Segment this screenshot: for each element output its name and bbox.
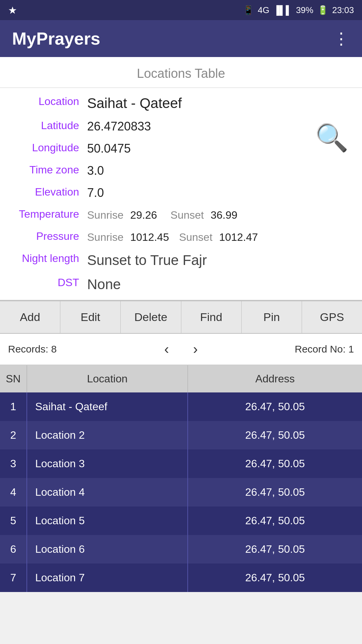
row-address: 26.47, 50.05 [188,449,362,478]
row-sn: 3 [0,449,27,478]
row-location: Location 4 [27,478,188,506]
table-row[interactable]: 5Location 526.47, 50.05 [0,506,362,535]
battery-label: 39% [296,5,313,15]
night-length-value: Sunset to True Fajr [87,252,352,268]
row-location: Location 2 [27,421,188,449]
action-buttons: Add Edit Delete Find Pin GPS [0,301,362,334]
app-bar: MyPrayers ⋮ [0,20,362,57]
latitude-label: Latitude [10,119,87,132]
dst-row: DST None [0,272,362,297]
lat-lon-block: Latitude 26.4720833 Longitude 50.0475 🔍 [0,115,362,160]
main-content: Locations Table Location Saihat - Qateef… [0,57,362,592]
longitude-value: 50.0475 [87,142,352,156]
row-address: 26.47, 50.05 [188,421,362,449]
row-sn: 4 [0,478,27,506]
app-title: MyPrayers [12,29,100,49]
table-row[interactable]: 4Location 426.47, 50.05 [0,478,362,506]
status-bar-left: ★ [8,4,17,16]
latitude-row: Latitude 26.4720833 [0,115,362,138]
row-address: 26.47, 50.05 [188,478,362,506]
edit-button[interactable]: Edit [60,301,121,333]
dst-value: None [87,276,352,292]
search-icon[interactable]: 🔍 [315,122,349,154]
dst-label: DST [10,276,87,289]
add-button[interactable]: Add [0,301,60,333]
sn-header: SN [0,365,27,392]
find-button[interactable]: Find [181,301,242,333]
time-label: 23:03 [332,5,354,15]
star-icon: ★ [8,4,17,16]
table-title: Locations Table [0,57,362,88]
temp-sunrise-label: Sunrise [87,209,124,221]
pressure-label: Pressure [10,230,87,243]
prev-arrow[interactable]: ‹ [159,340,174,359]
row-location: Saihat - Qateef [27,392,188,421]
row-sn: 5 [0,506,27,535]
pressure-sunrise-value: 1012.45 [130,231,169,244]
timezone-label: Time zone [10,164,87,176]
longitude-row: Longitude 50.0475 🔍 [0,138,362,160]
night-length-row: Night length Sunset to True Fajr [0,248,362,272]
latitude-value: 26.4720833 [87,119,352,133]
pressure-sunset-label: Sunset [179,231,213,244]
records-count: Records: 8 [8,343,123,355]
row-sn: 7 [0,564,27,592]
nav-arrows: ‹ › [123,340,239,359]
row-location: Location 7 [27,564,188,592]
temp-sunrise-value: 29.26 [130,209,157,221]
temperature-label: Temperature [10,208,87,220]
sim-icon: 📱 [243,5,254,15]
timezone-value: 3.0 [87,164,352,178]
pin-button[interactable]: Pin [242,301,302,333]
row-location: Location 5 [27,506,188,535]
row-sn: 2 [0,421,27,449]
row-location: Location 6 [27,535,188,564]
detail-section: Location Saihat - Qateef Latitude 26.472… [0,88,362,301]
temperature-row: Temperature Sunrise 29.26 Sunset 36.99 [0,204,362,226]
longitude-label: Longitude [10,142,87,154]
pressure-sunset-value: 1012.47 [219,231,258,244]
next-arrow[interactable]: › [188,340,203,359]
gps-button[interactable]: GPS [302,301,362,333]
table-header-row: SN Location Address [0,365,362,392]
elevation-label: Elevation [10,186,87,198]
delete-button[interactable]: Delete [121,301,181,333]
address-header: Address [188,365,362,392]
pressure-sunrise-label: Sunrise [87,231,124,244]
table-row[interactable]: 2Location 226.47, 50.05 [0,421,362,449]
network-label: 4G [258,5,269,15]
table-row[interactable]: 7Location 726.47, 50.05 [0,564,362,592]
signal-icon: ▐▌▌ [274,5,292,15]
status-bar-right: 📱 4G ▐▌▌ 39% 🔋 23:03 [243,5,354,15]
row-sn: 1 [0,392,27,421]
table-row[interactable]: 3Location 326.47, 50.05 [0,449,362,478]
temp-sunset-label: Sunset [171,209,204,221]
records-nav: Records: 8 ‹ › Record No: 1 [0,334,362,365]
elevation-row: Elevation 7.0 [0,182,362,204]
pressure-values: Sunrise 1012.45 Sunset 1012.47 [87,230,352,244]
record-number: Record No: 1 [239,343,354,355]
locations-table: SN Location Address 1Saihat - Qateef26.4… [0,365,362,592]
table-row[interactable]: 1Saihat - Qateef26.47, 50.05 [0,392,362,421]
location-header: Location [27,365,188,392]
battery-icon: 🔋 [317,5,328,15]
status-bar: ★ 📱 4G ▐▌▌ 39% 🔋 23:03 [0,0,362,20]
timezone-row: Time zone 3.0 [0,160,362,182]
table-row[interactable]: 6Location 626.47, 50.05 [0,535,362,564]
location-label: Location [10,95,87,108]
location-row: Location Saihat - Qateef [0,91,362,115]
menu-button[interactable]: ⋮ [333,29,350,48]
row-location: Location 3 [27,449,188,478]
elevation-value: 7.0 [87,186,352,200]
row-sn: 6 [0,535,27,564]
row-address: 26.47, 50.05 [188,564,362,592]
pressure-row: Pressure Sunrise 1012.45 Sunset 1012.47 [0,226,362,248]
night-length-label: Night length [10,252,87,265]
temperature-values: Sunrise 29.26 Sunset 36.99 [87,208,352,222]
row-address: 26.47, 50.05 [188,392,362,421]
row-address: 26.47, 50.05 [188,506,362,535]
row-address: 26.47, 50.05 [188,535,362,564]
temp-sunset-value: 36.99 [210,209,237,221]
location-value: Saihat - Qateef [87,95,352,111]
